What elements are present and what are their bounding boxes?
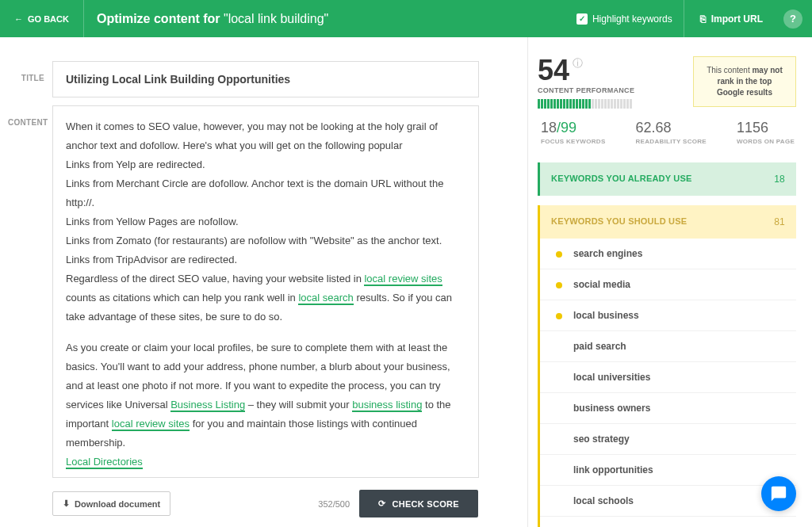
go-back-button[interactable]: ← GO BACK: [10, 0, 84, 37]
highlight-keywords-toggle[interactable]: ✓ Highlight keywords: [576, 13, 672, 25]
divider: [684, 0, 684, 37]
import-label: Import URL: [711, 13, 763, 25]
help-button[interactable]: ?: [783, 10, 802, 29]
checkbox-icon: ✓: [576, 13, 588, 25]
highlight-label: Highlight keywords: [592, 13, 672, 25]
header-actions: ✓ Highlight keywords ⎘ Import URL ?: [576, 0, 802, 37]
app-header: ← GO BACK Optimize content for "local li…: [0, 0, 812, 37]
go-back-label: GO BACK: [28, 14, 69, 24]
arrow-left-icon: ←: [14, 14, 23, 24]
import-icon: ⎘: [700, 13, 706, 25]
import-url-button[interactable]: ⎘ Import URL: [695, 13, 768, 25]
page-title: Optimize content for "local link buildin…: [84, 12, 576, 26]
title-prefix: Optimize content for: [97, 12, 224, 25]
title-query: "local link building": [224, 12, 328, 25]
